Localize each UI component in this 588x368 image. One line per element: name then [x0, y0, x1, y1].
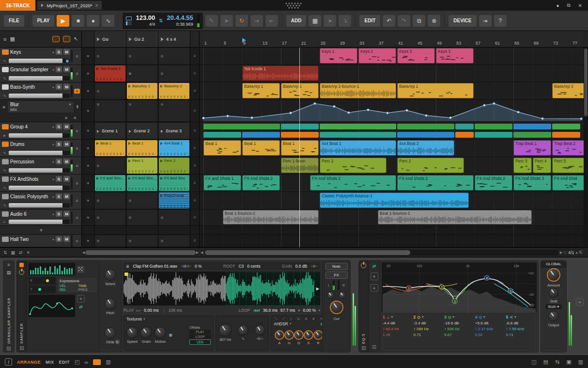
clip-slot[interactable]: Scene 1	[94, 122, 126, 139]
launcher-scroll-thumb[interactable]	[85, 250, 195, 255]
arranger-clip-keys-3[interactable]: Keys 3	[436, 48, 474, 64]
eq-add-mod-button-2[interactable]: +	[371, 284, 378, 292]
arranger-lane-fx-andshots[interactable]: FX and Shots 1FX And Shots 2FX And Shots…	[200, 175, 584, 192]
mute-button[interactable]: M	[63, 141, 70, 147]
add-menu-button[interactable]: ADD	[286, 15, 307, 27]
volume-slider[interactable]	[9, 94, 70, 98]
clip-slot[interactable]	[158, 100, 190, 122]
eq-band-freq-value[interactable]: ↕ 289 Hz	[414, 326, 444, 332]
file-tab[interactable]: MyProject_16T_2020* ×	[37, 1, 102, 10]
arranger-clip-perc-3[interactable]: Perc 3	[513, 158, 532, 173]
clip-row-menu-icon[interactable]: ≡	[190, 122, 199, 139]
chain-list-icon[interactable]: ≡	[7, 262, 10, 267]
expressions-panel[interactable]: Expressions VEL TIMB REL PRES	[58, 278, 97, 292]
arranger-clip-perc-1-boun[interactable]: Perc 1-boun	[281, 158, 319, 173]
device-drag-icon[interactable]	[20, 346, 24, 350]
automation-pin-icon[interactable]: ⇞	[76, 104, 79, 110]
track-menu-icon[interactable]: ≡	[74, 89, 80, 94]
arranger-clip-bassarp-2-bounce-1[interactable]: BassArp 2-bounce-1	[320, 83, 396, 98]
eq-mod-route-icon[interactable]: ⇄	[372, 264, 376, 269]
playhead[interactable]	[299, 48, 300, 247]
ahdsr-title[interactable]: AHDSR	[274, 321, 288, 326]
file-menu-button[interactable]: FILE	[4, 15, 24, 27]
add-modulator-button[interactable]: +	[77, 295, 85, 303]
mod-route-icon[interactable]: ⇄	[79, 304, 83, 309]
groove-icon[interactable]: ∷	[564, 250, 567, 255]
attack-knob[interactable]	[275, 330, 284, 340]
arranger-clip-perc-4[interactable]: Perc 4	[533, 158, 551, 173]
arranger-clip-fx-and-shot[interactable]: FX And Shot	[552, 175, 584, 191]
track-menu-icon[interactable]: ≡	[74, 128, 80, 133]
activity-dot-icon[interactable]: ●	[52, 125, 54, 128]
volume-slider[interactable]	[9, 203, 70, 208]
gain-value[interactable]: 0.0 dB	[295, 264, 308, 269]
clip-slot[interactable]	[158, 65, 190, 82]
clip-row-menu-icon[interactable]: ≡	[190, 65, 199, 82]
io-panel-icon[interactable]: ◫	[531, 359, 536, 365]
group-scene-cell[interactable]: Scene 3	[159, 123, 189, 139]
arranger-clip-tek-kords-1[interactable]: Tek Kords 1	[242, 65, 319, 81]
launcher-scrollbar[interactable]	[85, 250, 196, 256]
arranger-clip-beat-1-bounce-1[interactable]: Beat 1-bounce-1	[378, 210, 532, 224]
clip-row-menu-icon[interactable]: ≡	[190, 235, 199, 247]
amount-knob[interactable]	[547, 268, 560, 282]
clip-row-menu-icon[interactable]: ≡	[190, 157, 199, 174]
scene-play-icon[interactable]	[161, 37, 164, 41]
empty-clip-slot[interactable]	[127, 65, 157, 81]
eq-response-display[interactable]: 20 100 1k 10k +10 -10 -20 1 2 3 4	[382, 262, 537, 313]
track-list-icon[interactable]: ≡	[3, 36, 6, 42]
filter-shape-peak-icon[interactable]: ∧	[305, 317, 308, 321]
scene-go[interactable]: Go	[94, 31, 126, 47]
empty-clip-slot[interactable]	[127, 192, 157, 208]
activity-dot-icon[interactable]: ●	[52, 195, 54, 198]
arranger-clip-beat-1[interactable]: Beat 1	[203, 140, 241, 156]
empty-clip-slot[interactable]	[95, 235, 125, 246]
expression-timb[interactable]: TIMB	[78, 284, 95, 288]
automation-follow-icon[interactable]: ➤	[220, 15, 233, 27]
track-menu-icon[interactable]: ≡	[74, 54, 80, 59]
eq-band-1[interactable]: 1⌄▾-4.4 dB↕ 60.4 Hz1.16	[383, 314, 413, 351]
mini-envelope-display[interactable]	[29, 263, 75, 275]
arranger-clip-4x4-beat-2[interactable]: 4x4 Beat 2	[397, 140, 454, 156]
add-track-button[interactable]: +	[2, 227, 80, 234]
chain-grid-icon[interactable]: ▤	[7, 270, 11, 275]
solo-button[interactable]: S	[56, 176, 62, 182]
eq-band-2[interactable]: 2◇▾-3.4 dB↕ 289 Hz0.71	[414, 314, 444, 351]
clip-stop-button[interactable]: ■	[82, 100, 94, 122]
project-tab[interactable]: 16-TRACK	[0, 0, 35, 11]
filter-shape-bp-icon[interactable]: ∩	[290, 317, 293, 321]
offset-len-button[interactable]: LEN	[189, 339, 211, 345]
launcher-toggle-a-icon[interactable]	[52, 36, 60, 42]
arranger-lane-drums[interactable]: Beat 1Beat 1Beat 14x4 Beat 14x4 Beat 2Tr…	[200, 140, 584, 157]
zoom-fit-icon[interactable]: ⊣⊢	[310, 264, 318, 269]
follow-playhead-icon[interactable]: ➤	[324, 15, 336, 27]
stop-button[interactable]: ■	[72, 15, 84, 27]
clip-slot[interactable]	[94, 235, 126, 247]
filter-shape-ls-icon[interactable]: ∨	[312, 317, 315, 321]
punch-in-icon[interactable]: ⇥	[250, 15, 263, 27]
mode-dropdown[interactable]: Both ▾	[545, 304, 562, 309]
shift-knob[interactable]	[549, 288, 558, 298]
arranger-clip-fx-and-shots-2[interactable]: FX And Shots 2	[310, 175, 396, 191]
play-menu-button[interactable]: PLAY	[32, 15, 55, 27]
expression-pres[interactable]: PRES	[78, 288, 95, 291]
arranger-scroll-left-icon[interactable]: ◀	[201, 251, 203, 255]
volume-slider[interactable]	[9, 151, 70, 155]
arranger-lane-group-4[interactable]	[200, 122, 584, 140]
automation-param-selector[interactable]: Blur▾Mix	[8, 101, 74, 112]
volume-slider[interactable]	[9, 186, 70, 190]
timeline-ruler[interactable]: 1591317212529333741454953576165697377	[200, 31, 584, 48]
launcher-clip-fx-and-sho[interactable]: FX and Sho...	[95, 175, 125, 191]
arranger-lane-row[interactable]	[200, 226, 584, 235]
arranger-clip-classic-polysynth-bounce-1[interactable]: Classic Polysynth-bounce-1	[320, 192, 469, 208]
clip-row-menu-icon[interactable]: ≡	[190, 175, 199, 192]
empty-clip-slot[interactable]	[127, 235, 157, 246]
zoom-level[interactable]: 4/1	[568, 250, 574, 255]
launcher-clip-perc-2[interactable]: Perc 2	[159, 158, 189, 174]
clip-stop-button[interactable]: ■	[82, 140, 94, 157]
scrub-value[interactable]: 0 %	[195, 264, 202, 269]
chevron-down-icon[interactable]: ▾	[422, 315, 424, 320]
eq-band-gain-value[interactable]: -6.8 dB	[506, 320, 536, 326]
clip-slot[interactable]	[158, 226, 190, 234]
eq-band-type-icon[interactable]: ⌄	[387, 314, 390, 320]
